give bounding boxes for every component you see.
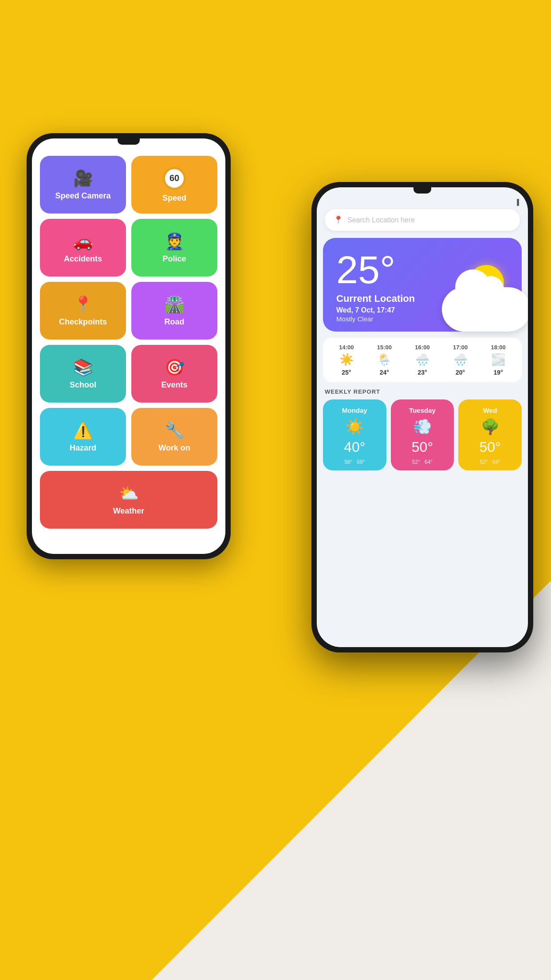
tile-school[interactable]: 📚 School (40, 345, 126, 403)
hour-item-1: 15:00 🌦️ 24° (377, 344, 392, 376)
road-icon: 🛣️ (165, 295, 185, 314)
week-day-tuesday: Tuesday (409, 407, 436, 414)
weekly-label: WEEKLY REPORT (323, 388, 522, 395)
phone-back-screen: 🎥 Speed Camera 60 Speed 🚗 Accidents 👮 Po… (32, 138, 225, 554)
hourly-forecast: 14:00 ☀️ 25° 15:00 🌦️ 24° 16:00 🌧️ 23° 1… (323, 338, 522, 382)
tile-school-label: School (70, 380, 96, 390)
hour-item-2: 16:00 🌧️ 23° (415, 344, 429, 376)
week-icon-monday: ☀️ (345, 418, 364, 435)
tile-events-label: Events (161, 380, 187, 390)
tile-police[interactable]: 👮 Police (131, 219, 217, 277)
hour-icon-4: 🌫️ (491, 353, 505, 367)
search-placeholder: Search Location here (347, 216, 415, 224)
week-card-tuesday[interactable]: Tuesday 💨 50° 52° 64° (391, 399, 454, 470)
hour-time-1: 15:00 (377, 344, 392, 351)
phone-front-screen: ▐ 📍 Search Location here 25° Current Loc… (317, 187, 528, 647)
location-pin-icon: 📍 (334, 215, 343, 225)
tile-speed-limit[interactable]: 60 Speed (131, 156, 217, 213)
hour-temp-1: 24° (380, 369, 389, 376)
hour-time-0: 14:00 (339, 344, 354, 351)
app-grid: 🎥 Speed Camera 60 Speed 🚗 Accidents 👮 Po… (32, 151, 225, 537)
tile-speed-label: Speed (162, 194, 186, 203)
week-icon-tuesday: 💨 (413, 418, 432, 435)
hour-time-4: 18:00 (491, 344, 506, 351)
tile-weather[interactable]: ⛅ Weather (40, 471, 217, 529)
police-icon: 👮 (165, 232, 185, 251)
hour-time-2: 16:00 (415, 344, 429, 351)
accident-icon: 🚗 (73, 232, 93, 251)
hour-temp-3: 20° (456, 369, 465, 376)
tile-police-label: Police (162, 254, 186, 264)
week-day-monday: Monday (342, 407, 367, 414)
hour-temp-0: 25° (342, 369, 351, 376)
tile-events[interactable]: 🎯 Events (131, 345, 217, 403)
events-icon: 🎯 (165, 358, 185, 377)
tile-hazard-label: Hazard (70, 443, 96, 453)
hour-icon-3: 🌧️ (453, 353, 468, 367)
week-high-wed: 64° (492, 459, 500, 465)
tile-speed-camera[interactable]: 🎥 Speed Camera (40, 156, 126, 213)
phone-back: 🎥 Speed Camera 60 Speed 🚗 Accidents 👮 Po… (27, 133, 231, 559)
hour-temp-4: 19° (494, 369, 503, 376)
tile-work-label: Work on (158, 443, 190, 453)
camera-icon: 🎥 (73, 169, 93, 188)
hazard-icon: ⚠️ (73, 421, 93, 440)
hour-time-3: 17:00 (453, 344, 468, 351)
tile-road-label: Road (165, 317, 185, 327)
speed-limit-circle: 60 (163, 167, 186, 190)
school-icon: 📚 (73, 358, 93, 377)
cloud-illustration (433, 269, 528, 340)
week-high-tuesday: 64° (425, 459, 433, 465)
week-low-wed: 52° (480, 459, 488, 465)
tile-accidents-label: Accidents (64, 254, 102, 264)
hour-icon-1: 🌦️ (377, 353, 391, 367)
week-temp-wed: 50° (479, 439, 500, 455)
weekly-section: WEEKLY REPORT Monday ☀️ 40° 56° 69° Tues (323, 388, 522, 470)
week-day-wed: Wed (483, 407, 497, 414)
work-icon: 🔧 (165, 421, 185, 440)
hour-icon-2: 🌧️ (415, 353, 429, 367)
phone-front: ▐ 📍 Search Location here 25° Current Loc… (311, 182, 533, 652)
week-low-tuesday: 52° (412, 459, 420, 465)
tile-checkpoints[interactable]: 📍 Checkpoints (40, 282, 126, 340)
tile-work-on[interactable]: 🔧 Work on (131, 408, 217, 466)
status-bar: ▐ (317, 199, 528, 209)
front-notch (413, 187, 431, 194)
tile-checkpoints-label: Checkpoints (59, 317, 107, 327)
hour-item-4: 18:00 🌫️ 19° (491, 344, 506, 376)
tile-accidents[interactable]: 🚗 Accidents (40, 219, 126, 277)
weekly-grid: Monday ☀️ 40° 56° 69° Tuesday 💨 50° (323, 399, 522, 470)
week-range-tuesday: 52° 64° (412, 459, 433, 465)
week-card-wed[interactable]: Wed 🌳 50° 52° 64° (458, 399, 522, 470)
checkpoint-icon: 📍 (73, 295, 93, 314)
tile-road[interactable]: 🛣️ Road (131, 282, 217, 340)
tile-weather-label: Weather (113, 506, 145, 516)
weather-card: 25° Current Location Wed, 7 Oct, 17:47 M… (323, 238, 522, 332)
battery-icon: ▐ (515, 199, 519, 205)
week-low-monday: 56° (344, 459, 352, 465)
tile-hazard[interactable]: ⚠️ Hazard (40, 408, 126, 466)
phones-container: 🎥 Speed Camera 60 Speed 🚗 Accidents 👮 Po… (0, 120, 551, 980)
weather-tile-icon: ⛅ (119, 484, 139, 503)
hour-icon-0: ☀️ (339, 353, 354, 367)
cloud-icon (442, 287, 528, 332)
week-icon-wed: 🌳 (481, 418, 500, 435)
hour-item-0: 14:00 ☀️ 25° (339, 344, 354, 376)
week-card-monday[interactable]: Monday ☀️ 40° 56° 69° (323, 399, 386, 470)
tile-speed-camera-label: Speed Camera (55, 191, 110, 201)
back-notch (118, 138, 140, 145)
hour-temp-2: 23° (417, 369, 427, 376)
week-range-monday: 56° 69° (344, 459, 365, 465)
week-temp-monday: 40° (344, 439, 365, 455)
week-temp-tuesday: 50° (412, 439, 433, 455)
week-high-monday: 69° (357, 459, 365, 465)
hour-item-3: 17:00 🌧️ 20° (453, 344, 468, 376)
search-bar[interactable]: 📍 Search Location here (325, 209, 520, 231)
week-range-wed: 52° 64° (480, 459, 500, 465)
